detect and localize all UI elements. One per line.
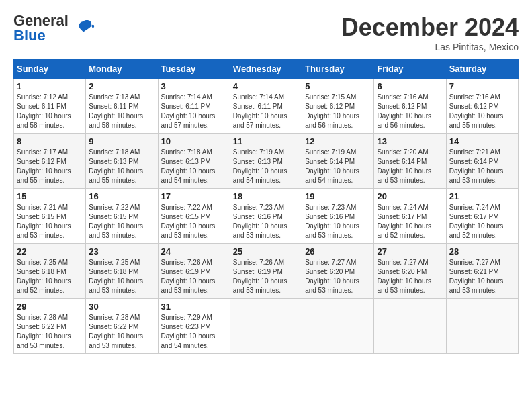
day-number: 25	[233, 246, 299, 257]
cell-content: Sunrise: 7:28 AMSunset: 6:22 PMDaylight:…	[17, 313, 83, 351]
table-row: 7Sunrise: 7:16 AMSunset: 6:12 PMDaylight…	[446, 79, 518, 134]
day-number: 11	[233, 136, 299, 146]
cell-content: Sunrise: 7:18 AMSunset: 6:13 PMDaylight:…	[89, 148, 154, 185]
cell-content: Sunrise: 7:13 AMSunset: 6:11 PMDaylight:…	[89, 93, 154, 130]
table-row: 1Sunrise: 7:12 AMSunset: 6:11 PMDaylight…	[14, 79, 86, 134]
day-number: 14	[449, 136, 515, 146]
day-number: 19	[305, 191, 371, 201]
cell-content: Sunrise: 7:27 AMSunset: 6:20 PMDaylight:…	[377, 258, 443, 295]
table-row: 2Sunrise: 7:13 AMSunset: 6:11 PMDaylight…	[86, 79, 158, 134]
table-row: 25Sunrise: 7:26 AMSunset: 6:19 PMDayligh…	[230, 244, 302, 299]
cell-content: Sunrise: 7:27 AMSunset: 6:21 PMDaylight:…	[449, 258, 515, 295]
table-row: 6Sunrise: 7:16 AMSunset: 6:12 PMDaylight…	[374, 79, 446, 134]
table-row: 10Sunrise: 7:18 AMSunset: 6:13 PMDayligh…	[158, 134, 230, 189]
table-row: 12Sunrise: 7:19 AMSunset: 6:14 PMDayligh…	[302, 134, 374, 189]
day-number: 17	[161, 191, 227, 201]
day-number: 3	[161, 81, 227, 91]
weekday-header-row: SundayMondayTuesdayWednesdayThursdayFrid…	[14, 60, 519, 79]
cell-content: Sunrise: 7:12 AMSunset: 6:11 PMDaylight:…	[17, 93, 83, 130]
week-row-2: 8Sunrise: 7:17 AMSunset: 6:12 PMDaylight…	[14, 134, 519, 189]
month-title: December 2024	[341, 13, 519, 42]
title-block: December 2024 Las Pintitas, Mexico	[341, 13, 519, 52]
table-row	[446, 299, 518, 354]
week-row-3: 15Sunrise: 7:21 AMSunset: 6:15 PMDayligh…	[14, 189, 519, 244]
logo-text: General Blue	[13, 13, 69, 43]
day-number: 29	[17, 302, 83, 312]
cell-content: Sunrise: 7:16 AMSunset: 6:12 PMDaylight:…	[449, 93, 515, 130]
day-number: 16	[89, 191, 154, 201]
day-number: 22	[17, 246, 83, 257]
cell-content: Sunrise: 7:28 AMSunset: 6:22 PMDaylight:…	[89, 313, 154, 351]
cell-content: Sunrise: 7:27 AMSunset: 6:20 PMDaylight:…	[305, 258, 371, 295]
weekday-header-wednesday: Wednesday	[230, 60, 302, 79]
day-number: 1	[17, 81, 83, 91]
table-row: 22Sunrise: 7:25 AMSunset: 6:18 PMDayligh…	[14, 244, 86, 299]
cell-content: Sunrise: 7:24 AMSunset: 6:17 PMDaylight:…	[449, 203, 515, 240]
cell-content: Sunrise: 7:18 AMSunset: 6:13 PMDaylight:…	[161, 148, 227, 185]
table-row: 21Sunrise: 7:24 AMSunset: 6:17 PMDayligh…	[446, 189, 518, 244]
table-row: 26Sunrise: 7:27 AMSunset: 6:20 PMDayligh…	[302, 244, 374, 299]
logo: General Blue	[13, 13, 95, 43]
cell-content: Sunrise: 7:26 AMSunset: 6:19 PMDaylight:…	[161, 258, 227, 295]
table-row: 20Sunrise: 7:24 AMSunset: 6:17 PMDayligh…	[374, 189, 446, 244]
table-row: 15Sunrise: 7:21 AMSunset: 6:15 PMDayligh…	[14, 189, 86, 244]
day-number: 8	[17, 136, 83, 146]
cell-content: Sunrise: 7:23 AMSunset: 6:16 PMDaylight:…	[233, 203, 299, 240]
page-header: General Blue December 2024 Las Pintitas,…	[13, 13, 519, 52]
logo-blue: Blue	[13, 27, 46, 44]
day-number: 7	[449, 81, 515, 91]
day-number: 10	[161, 136, 227, 146]
day-number: 28	[449, 246, 515, 257]
day-number: 23	[89, 246, 154, 257]
table-row: 28Sunrise: 7:27 AMSunset: 6:21 PMDayligh…	[446, 244, 518, 299]
table-row: 5Sunrise: 7:15 AMSunset: 6:12 PMDaylight…	[302, 79, 374, 134]
cell-content: Sunrise: 7:26 AMSunset: 6:19 PMDaylight:…	[233, 258, 299, 295]
cell-content: Sunrise: 7:25 AMSunset: 6:18 PMDaylight:…	[17, 258, 83, 295]
cell-content: Sunrise: 7:19 AMSunset: 6:14 PMDaylight:…	[305, 148, 371, 185]
table-row: 27Sunrise: 7:27 AMSunset: 6:20 PMDayligh…	[374, 244, 446, 299]
table-row	[374, 299, 446, 354]
table-row: 17Sunrise: 7:22 AMSunset: 6:15 PMDayligh…	[158, 189, 230, 244]
table-row: 16Sunrise: 7:22 AMSunset: 6:15 PMDayligh…	[86, 189, 158, 244]
table-row: 31Sunrise: 7:29 AMSunset: 6:23 PMDayligh…	[158, 299, 230, 354]
day-number: 13	[377, 136, 443, 146]
cell-content: Sunrise: 7:24 AMSunset: 6:17 PMDaylight:…	[377, 203, 443, 240]
day-number: 26	[305, 246, 371, 257]
weekday-header-thursday: Thursday	[302, 60, 374, 79]
table-row: 18Sunrise: 7:23 AMSunset: 6:16 PMDayligh…	[230, 189, 302, 244]
table-row: 13Sunrise: 7:20 AMSunset: 6:14 PMDayligh…	[374, 134, 446, 189]
day-number: 27	[377, 246, 443, 257]
table-row: 4Sunrise: 7:14 AMSunset: 6:11 PMDaylight…	[230, 79, 302, 134]
day-number: 18	[233, 191, 299, 201]
table-row: 24Sunrise: 7:26 AMSunset: 6:19 PMDayligh…	[158, 244, 230, 299]
location: Las Pintitas, Mexico	[341, 42, 519, 52]
cell-content: Sunrise: 7:19 AMSunset: 6:13 PMDaylight:…	[233, 148, 299, 185]
day-number: 15	[17, 191, 83, 201]
day-number: 12	[305, 136, 371, 146]
day-number: 6	[377, 81, 443, 91]
day-number: 24	[161, 246, 227, 257]
cell-content: Sunrise: 7:23 AMSunset: 6:16 PMDaylight:…	[305, 203, 371, 240]
day-number: 20	[377, 191, 443, 201]
cell-content: Sunrise: 7:16 AMSunset: 6:12 PMDaylight:…	[377, 93, 443, 130]
week-row-4: 22Sunrise: 7:25 AMSunset: 6:18 PMDayligh…	[14, 244, 519, 299]
table-row: 23Sunrise: 7:25 AMSunset: 6:18 PMDayligh…	[86, 244, 158, 299]
cell-content: Sunrise: 7:25 AMSunset: 6:18 PMDaylight:…	[89, 258, 154, 295]
day-number: 2	[89, 81, 154, 91]
cell-content: Sunrise: 7:21 AMSunset: 6:15 PMDaylight:…	[17, 203, 83, 240]
day-number: 31	[161, 302, 227, 312]
day-number: 30	[89, 302, 154, 312]
table-row	[302, 299, 374, 354]
weekday-header-tuesday: Tuesday	[158, 60, 230, 79]
cell-content: Sunrise: 7:22 AMSunset: 6:15 PMDaylight:…	[161, 203, 227, 240]
table-row	[230, 299, 302, 354]
day-number: 5	[305, 81, 371, 91]
calendar-table: SundayMondayTuesdayWednesdayThursdayFrid…	[13, 59, 519, 354]
logo-bird-icon	[71, 16, 95, 40]
weekday-header-sunday: Sunday	[14, 60, 86, 79]
weekday-header-monday: Monday	[86, 60, 158, 79]
week-row-5: 29Sunrise: 7:28 AMSunset: 6:22 PMDayligh…	[14, 299, 519, 354]
table-row: 8Sunrise: 7:17 AMSunset: 6:12 PMDaylight…	[14, 134, 86, 189]
table-row: 11Sunrise: 7:19 AMSunset: 6:13 PMDayligh…	[230, 134, 302, 189]
weekday-header-saturday: Saturday	[446, 60, 518, 79]
